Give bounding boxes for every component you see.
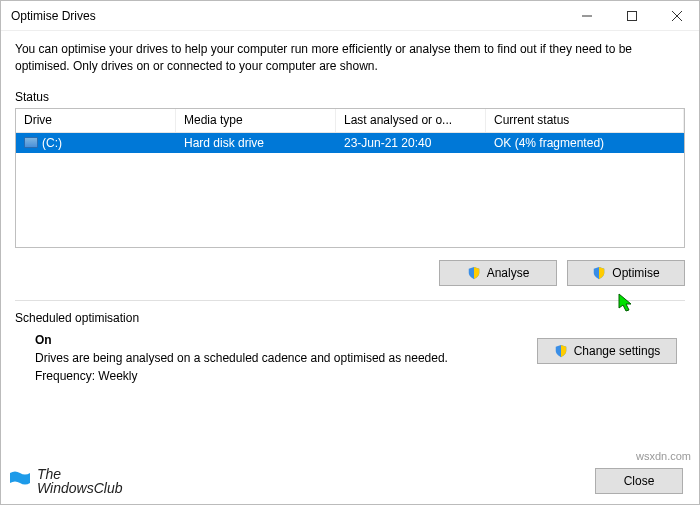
col-media[interactable]: Media type <box>176 109 336 132</box>
table-row[interactable]: (C:) Hard disk drive 23-Jun-21 20:40 OK … <box>16 133 684 153</box>
logo-line2: WindowsClub <box>37 481 122 496</box>
change-settings-wrap: Change settings <box>537 338 677 364</box>
analyse-button[interactable]: Analyse <box>439 260 557 286</box>
col-last[interactable]: Last analysed or o... <box>336 109 486 132</box>
cell-media: Hard disk drive <box>176 136 336 150</box>
drive-name: (C:) <box>42 136 62 150</box>
description-text: You can optimise your drives to help you… <box>15 41 685 76</box>
action-button-row: Analyse Optimise <box>15 260 685 286</box>
shield-icon <box>554 344 568 358</box>
drive-icon <box>24 137 38 148</box>
close-label: Close <box>624 474 655 488</box>
list-header: Drive Media type Last analysed or o... C… <box>16 109 684 133</box>
content-area: You can optimise your drives to help you… <box>1 31 699 383</box>
maximize-button[interactable] <box>609 1 654 31</box>
change-settings-label: Change settings <box>574 344 661 358</box>
logo-line1: The <box>37 467 122 482</box>
cell-drive: (C:) <box>16 136 176 150</box>
close-button[interactable]: Close <box>595 468 683 494</box>
col-drive[interactable]: Drive <box>16 109 176 132</box>
minimize-button[interactable] <box>564 1 609 31</box>
analyse-label: Analyse <box>487 266 530 280</box>
close-bar: Close <box>595 468 683 494</box>
shield-icon <box>592 266 606 280</box>
watermark: wsxdn.com <box>636 450 691 462</box>
site-logo: The WindowsClub <box>7 467 122 496</box>
change-settings-button[interactable]: Change settings <box>537 338 677 364</box>
cell-last: 23-Jun-21 20:40 <box>336 136 486 150</box>
divider <box>15 300 685 301</box>
flag-icon <box>7 469 31 493</box>
titlebar: Optimise Drives <box>1 1 699 31</box>
drive-list: Drive Media type Last analysed or o... C… <box>15 108 685 248</box>
shield-icon <box>467 266 481 280</box>
window-title: Optimise Drives <box>11 9 564 23</box>
schedule-label: Scheduled optimisation <box>15 311 685 325</box>
col-current[interactable]: Current status <box>486 109 684 132</box>
cell-current: OK (4% fragmented) <box>486 136 684 150</box>
optimise-button[interactable]: Optimise <box>567 260 685 286</box>
svg-rect-1 <box>627 11 636 20</box>
close-window-button[interactable] <box>654 1 699 31</box>
schedule-freq: Frequency: Weekly <box>35 369 685 383</box>
optimise-label: Optimise <box>612 266 659 280</box>
status-label: Status <box>15 90 685 104</box>
